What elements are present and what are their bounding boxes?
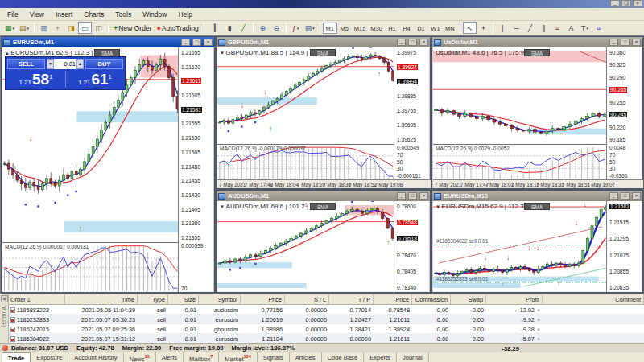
sma-indicator-button[interactable]: SMA [310,203,336,210]
chart-close-button[interactable]: × [419,192,428,200]
chart-minimize-button[interactable]: _ [609,192,618,200]
column-header-type[interactable]: Type [138,294,168,304]
chart-window-gbpusdm-m1[interactable]: GBPUSDm,M1_□×↓↓↑↑▼ GBPUSDm,M1 88.5 | 114… [216,36,431,189]
menu-view[interactable]: View [24,9,50,20]
new-chart-button[interactable]: ▦▾ [2,22,17,34]
chart-window-eurusdm-m1[interactable]: EURUSDm,M1_□×↓↓↑↑▲ EURUSDm,M1 62.9 | 112… [1,36,215,293]
time-axis[interactable]: 7 May 20217 May 17:487 May 18:047 May 18… [217,179,431,188]
sell-price[interactable]: 1.21581 [7,71,64,88]
chart-title-bar[interactable]: EURUSDm,M15_□× [432,191,642,201]
chart-maximize-button[interactable]: □ [621,192,630,200]
chart-minimize-button[interactable]: _ [397,192,406,200]
column-header-order[interactable]: Order ▵ [9,294,65,304]
window-minimize-button[interactable]: _ [610,0,620,7]
buy-button[interactable]: BUY [85,59,123,69]
sma-indicator-button[interactable]: SMA [310,49,336,56]
autotrading-button[interactable]: ●AutoTrading [154,22,200,34]
tab-mailbox[interactable]: Mailbox7 [184,352,219,362]
timeframe-m15-button[interactable]: M15 [352,23,369,34]
text-label-button[interactable]: T▾ [578,22,592,34]
line-chart-button[interactable]: ╱ [237,22,250,34]
price-axis[interactable]: 1.216551.216301.216111.216051.215811.215… [178,47,213,292]
menu-insert[interactable]: Insert [50,9,78,20]
pane-divider[interactable] [217,144,395,145]
price-axis[interactable]: 0.786000.785480.785180.784700.784050.783… [394,201,429,292]
tab-trade[interactable]: Trade [2,352,31,362]
chart-title-bar[interactable]: EURUSDm,M1_□× [2,37,214,47]
search-button[interactable]: ¤ [592,22,605,34]
tab-experts[interactable]: Experts [364,352,397,362]
navigator-button[interactable]: ◨ [64,22,78,34]
chart-maximize-button[interactable]: □ [408,192,417,200]
volume-input[interactable] [54,59,76,69]
chart-minimize-button[interactable]: _ [181,39,190,46]
tab-journal[interactable]: Journal [397,352,429,362]
zoom-in-button[interactable]: ⊕ [256,22,270,34]
timeframe-m1-button[interactable]: M1 [323,23,337,34]
column-header-time[interactable]: Time [65,294,138,304]
timeframe-h4-button[interactable]: H4 [399,23,414,34]
chart-close-button[interactable]: × [632,39,641,46]
order-row[interactable]: 11858832232021.05.05 11:04:39sell0.01aud… [9,305,644,315]
order-row[interactable]: 11863040222021.05.07 15:31:12sell0.01eur… [9,334,644,343]
chart-title-bar[interactable]: AUDUSDm,M1_□× [217,191,430,201]
order-row[interactable]: 11862328332021.05.07 05:36:23sell0.01eur… [9,315,644,324]
tab-exposure[interactable]: Exposure [31,352,68,362]
chart-maximize-button[interactable]: □ [192,39,201,46]
strategy-tester-button[interactable]: ◫ [92,22,105,34]
price-axis[interactable]: 1.399751.399241.398941.398351.397651.396… [394,47,429,188]
sma-indicator-button[interactable]: SMA [94,49,120,56]
volume-increase-button[interactable]: ▲ [76,59,84,69]
market-watch-button[interactable]: ▥ [37,22,51,34]
crosshair-button[interactable]: + [477,22,490,34]
sell-button[interactable]: SELL [7,59,45,69]
equidistant-channel-button[interactable]: ∥ [537,22,551,34]
terminal-close-icon[interactable]: × [1,295,8,302]
price-plot[interactable]: ↓↑▼ AUDUSDm,M1 69.6 | 101.2 | 145 %SMA [217,201,395,292]
chart-window-audusdm-m1[interactable]: AUDUSDm,M1_□×↓↑▼ AUDUSDm,M1 69.6 | 101.2… [216,190,431,293]
profiles-button[interactable]: ▤▾ [17,22,31,34]
column-header-profit[interactable]: Profit [486,294,543,304]
chart-minimize-button[interactable]: _ [397,39,406,46]
order-row[interactable]: 11862470152021.05.07 09:25:36sell0.01gbp… [9,324,644,334]
arrows-button[interactable]: A [564,22,578,34]
close-order-icon[interactable]: × [537,336,540,342]
indicators-button[interactable]: ƒ▾ [289,22,303,34]
price-plot[interactable]: ↑↓UsDollar,M1 43.6 | 76.5 | 175 %SMAMACD… [433,47,608,188]
menu-charts[interactable]: Charts [78,9,109,20]
cursor-button[interactable]: ↖ [463,22,477,34]
window-restore-button[interactable]: ❏ [621,0,631,7]
menu-tools[interactable]: Tools [109,9,137,20]
chart-window-eurusdm-m15[interactable]: EURUSDm,M15_□×↓↓↓↓↓↓↑↑▼ EURUSDm,M15 62.9… [431,190,643,293]
trendline-button[interactable]: ╱ [523,22,537,34]
price-plot[interactable]: ↓↓↑↑▼ GBPUSDm,M1 88.5 | 114.9 | 130 %SMA… [217,47,395,188]
buy-price[interactable]: 1.21611 [67,71,124,88]
close-order-icon[interactable]: × [537,307,540,313]
column-header-swap[interactable]: Swap [451,294,486,304]
sma-indicator-button[interactable]: SMA [524,203,550,210]
column-header-commission[interactable]: Commission [412,294,451,304]
fibonacci-button[interactable]: ≡ [551,22,564,34]
candlestick-chart-button[interactable]: ▮ [223,22,237,34]
price-plot[interactable]: ↓↓↓↓↓↓↑↑▼ EURUSDm,M15 62.9 | 112.3 | 179… [433,201,608,292]
column-header-sl[interactable]: S / L [285,294,329,304]
chart-maximize-button[interactable]: □ [408,39,417,46]
menu-file[interactable]: File [2,9,24,20]
chart-window-usdollar-m1[interactable]: UsDollar,M1_□×↑↓UsDollar,M1 43.6 | 76.5 … [431,36,643,189]
bar-chart-button[interactable]: ▕▏ [207,22,223,34]
sma-indicator-button[interactable]: SMA [524,49,550,56]
tab-code-base[interactable]: Code Base [322,352,365,362]
terminal-toggle-button[interactable]: ▭ [78,22,92,34]
chart-title-bar[interactable]: UsDollar,M1_□× [432,37,642,47]
tab-alerts[interactable]: Alerts [156,352,184,362]
tab-signals[interactable]: Signals [258,352,290,362]
chart-minimize-button[interactable]: _ [609,39,618,46]
timeframe-h1-button[interactable]: H1 [385,23,399,34]
chart-maximize-button[interactable]: □ [621,39,630,46]
time-axis[interactable]: 7 May 20217 May 17:477 May 18:037 May 18… [433,179,643,188]
column-header-price[interactable]: Price [374,294,412,304]
timeframe-w1-button[interactable]: W1 [428,23,443,34]
price-axis[interactable]: 1.215811.215151.212951.210751.208551.206… [606,201,642,292]
price-plot[interactable]: ↓↓↑↑▲ EURUSDm,M1 62.9 | 112.3 | 179 %SMA… [2,47,180,292]
chart-title-bar[interactable]: GBPUSDm,M1_□× [217,37,430,47]
